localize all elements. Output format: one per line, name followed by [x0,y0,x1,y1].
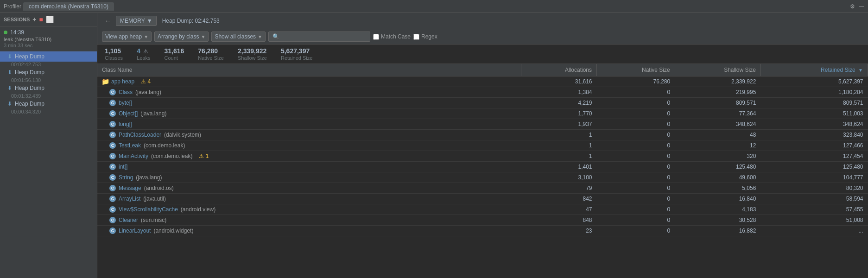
search-input[interactable] [281,33,366,40]
table-row[interactable]: CClass (java.lang)1,3840219,9951,180,284 [97,87,868,98]
cell-shallowSize: 16,882 [675,226,760,236]
regex-checkbox-label[interactable]: Regex [413,33,437,40]
cell-shallowSize: 16,840 [675,194,760,204]
regex-checkbox[interactable] [413,34,419,40]
stop-session-button[interactable]: ■ [39,16,43,23]
cell-shallowSize: 2,339,922 [675,76,760,87]
class-name-cell: Clong[] [109,121,516,127]
cell-class-name: CLinearLayout (android.widget) [97,226,521,236]
stat-classes: 1,105 Classes [105,47,123,61]
class-type-icon: C [109,217,116,223]
table-row[interactable]: CTestLeak (com.demo.leak)1012127,466 [97,140,868,151]
class-type-icon: C [109,132,116,138]
cell-retainedSize: 57,455 [760,204,868,215]
cell-allocations: 1,770 [521,108,596,119]
table-row[interactable]: CArrayList (java.util)842016,84058,594 [97,194,868,204]
cell-nativeSize: 0 [597,108,675,119]
arrange-by-dropdown[interactable]: Arrange by class ▼ [154,32,209,42]
cell-shallowSize: 320 [675,151,760,162]
arrange-by-dropdown-arrow: ▼ [201,34,205,39]
memory-button[interactable]: MEMORY ▼ [116,16,157,26]
col-allocations[interactable]: Allocations [521,64,596,76]
leaks-warn-icon: ⚠ [143,48,148,55]
snapshot-button[interactable]: ⬜ [46,16,54,23]
col-shallow-size[interactable]: Shallow Size [675,64,760,76]
heap-dump-time-1: 00:01:56.130 [0,77,97,83]
table-row[interactable]: Cbyte[]4,2190809,571809,571 [97,98,868,108]
cell-nativeSize: 0 [597,172,675,183]
cell-class-name: Cbyte[] [97,98,521,108]
class-name-cell: CArrayList (java.util) [109,196,516,202]
cell-class-name: CClass (java.lang) [97,87,521,98]
table-row[interactable]: 📁app heap⚠ 431,61676,2802,339,9225,627,3… [97,76,868,87]
back-button[interactable]: ← [102,16,114,25]
table-row[interactable]: CPathClassLoader (dalvik.system)1048323,… [97,130,868,140]
match-case-checkbox[interactable] [373,34,379,40]
cell-shallowSize: 49,600 [675,172,760,183]
table-row[interactable]: CCleaner (sun.misc)848030,52851,008 [97,215,868,226]
cell-shallowSize: 48 [675,130,760,140]
cell-shallowSize: 125,480 [675,162,760,172]
table-row[interactable]: CObject[] (java.lang)1,770077,364511,003 [97,108,868,119]
cell-retainedSize: 1,180,284 [760,87,868,98]
heap-dump-item-3[interactable]: ⬇ Heap Dump [0,99,97,109]
heap-dump-label-3: Heap Dump [15,101,44,107]
warn-badge: ⚠ 1 [199,153,209,159]
cell-retainedSize: 5,627,397 [760,76,868,87]
heap-dump-item-0[interactable]: ⬇ Heap Dump [0,51,97,62]
add-session-button[interactable]: + [32,16,36,23]
search-box[interactable]: 🔍 [268,32,370,42]
cell-class-name: Clong[] [97,119,521,130]
leaks-value: 4 [137,47,140,55]
table-row[interactable]: Cint[]1,4010125,480125,480 [97,162,868,172]
show-all-dropdown-arrow: ▼ [258,34,262,39]
table-body: 📁app heap⚠ 431,61676,2802,339,9225,627,3… [97,76,868,236]
col-retained-size[interactable]: Retained Size ▼ [760,64,868,76]
class-type-icon: C [109,174,116,181]
show-all-classes-dropdown[interactable]: Show all classes ▼ [211,32,266,42]
session-item: 14:39 leak (Neostra T6310) 3 min 33 sec [0,26,97,51]
cell-nativeSize: 0 [597,194,675,204]
tab-title[interactable]: com.demo.leak (Neostra T6310) [23,2,114,11]
class-type-icon: C [109,110,116,117]
cell-class-name: CString (java.lang) [97,172,521,183]
cell-allocations: 4,219 [521,98,596,108]
cell-retainedSize: 58,594 [760,194,868,204]
memory-label: MEMORY [120,18,145,24]
heap-dump-time-0: 00:02:42.753 [0,62,97,67]
count-label: Count [164,55,177,61]
class-ref-text: (android.view) [181,206,215,213]
heap-dump-item-2[interactable]: ⬇ Heap Dump [0,83,97,93]
col-class-name[interactable]: Class Name [97,64,521,76]
match-case-checkbox-label[interactable]: Match Case [373,33,411,40]
class-name-text: MainActivity [119,153,148,159]
table-row[interactable]: CString (java.lang)3,100049,600104,777 [97,172,868,183]
class-type-icon: C [109,121,116,127]
memory-dropdown-arrow[interactable]: ▼ [147,18,152,24]
heap-dump-item-1[interactable]: ⬇ Heap Dump [0,67,97,77]
settings-icon[interactable]: ⚙ [850,3,855,10]
class-type-icon: C [109,185,116,191]
view-app-dropdown-arrow: ▼ [144,34,148,39]
class-ref-text: (sun.misc) [141,217,166,223]
cell-class-name: CMessage (android.os) [97,183,521,194]
class-table: Class Name Allocations Native Size Shall… [97,64,868,236]
col-native-size[interactable]: Native Size [597,64,675,76]
table-row[interactable]: CView$ScrollabilityCache (android.view)4… [97,204,868,215]
cell-allocations: 842 [521,194,596,204]
class-type-icon: C [109,153,116,159]
view-app-heap-dropdown[interactable]: View app heap ▼ [102,32,152,42]
class-name-cell: CClass (java.lang) [109,89,516,95]
table-row[interactable]: CMainActivity (com.demo.leak)⚠ 110320127… [97,151,868,162]
cell-nativeSize: 0 [597,140,675,151]
table-row[interactable]: CMessage (android.os)7905,05680,320 [97,183,868,194]
class-name-text: LinearLayout [119,227,151,234]
table-row[interactable]: Clong[]1,9370348,624348,624 [97,119,868,130]
class-name-cell: CPathClassLoader (dalvik.system) [109,132,516,138]
content-area: ← MEMORY ▼ Heap Dump: 02:42.753 View app… [97,13,868,278]
table-row[interactable]: CLinearLayout (android.widget)23016,882.… [97,226,868,236]
minimize-icon[interactable]: — [859,3,864,10]
cell-shallowSize: 12 [675,140,760,151]
stats-row: 1,105 Classes 4 ⚠ Leaks 31,616 Count 76,… [97,44,868,64]
match-case-label: Match Case [381,33,411,40]
